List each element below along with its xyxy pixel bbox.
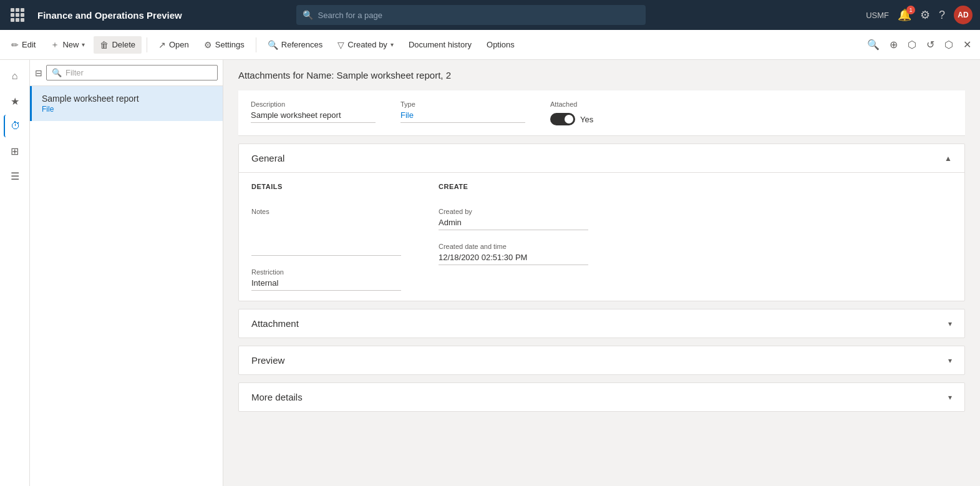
restriction-value[interactable]: Internal: [251, 278, 401, 291]
description-label: Description: [251, 100, 376, 108]
delete-button[interactable]: 🗑 Delete: [94, 36, 142, 54]
settings-icon[interactable]: ⚙: [920, 8, 930, 22]
sidebar-item-nav[interactable]: ☰: [4, 165, 26, 187]
field-description: Description Sample worksheet report: [251, 100, 376, 125]
general-section: General ▲ DETAILS Notes Restriction Int: [238, 143, 965, 301]
general-title: General: [251, 153, 284, 163]
top-right-area: USMF 🔔 1 ⚙ ? AD: [866, 6, 973, 24]
preview-title: Preview: [251, 355, 284, 366]
edit-icon: ✏: [11, 40, 19, 50]
fullscreen-icon[interactable]: ⬡: [904, 35, 920, 54]
app-title: Finance and Operations Preview: [37, 10, 182, 21]
notes-field: Notes: [251, 208, 401, 256]
top-bar: Finance and Operations Preview 🔍 USMF 🔔 …: [0, 0, 980, 30]
document-history-button[interactable]: Document history: [402, 36, 478, 53]
action-bar-search-icon[interactable]: 🔍: [863, 35, 883, 54]
attached-label: Attached: [550, 100, 662, 108]
attachment-section: Attachment ▾: [238, 309, 965, 338]
section-columns: DETAILS Notes Restriction Internal CREAT…: [251, 183, 952, 291]
new-caret: ▾: [82, 41, 85, 48]
type-value[interactable]: File: [400, 110, 525, 123]
open-button[interactable]: ↗ Open: [152, 36, 195, 54]
list-item[interactable]: Sample worksheet report File: [30, 86, 223, 121]
filter-input-wrap[interactable]: 🔍: [46, 65, 218, 80]
toggle-wrap: Yes: [550, 113, 662, 125]
action-bar: ✏ Edit ＋ New ▾ 🗑 Delete ↗ Open ⚙ Setting…: [0, 30, 980, 60]
more-details-section: More details ▾: [238, 382, 965, 412]
list-item-sub: File: [42, 105, 213, 114]
created-by-label: Created by: [439, 208, 588, 215]
main-layout: ⌂ ★ ⏱ ⊞ ☰ ⊟ 🔍 Sample worksheet report Fi…: [0, 60, 980, 486]
sidebar-item-favorites[interactable]: ★: [4, 90, 26, 112]
attachment-section-header[interactable]: Attachment ▾: [239, 309, 964, 338]
search-icon: 🔍: [303, 10, 313, 20]
created-by-caret: ▾: [391, 41, 394, 48]
created-date-value[interactable]: 12/18/2020 02:51:30 PM: [439, 253, 588, 265]
notification-icon[interactable]: 🔔 1: [898, 8, 911, 22]
general-section-header[interactable]: General ▲: [239, 144, 964, 173]
refresh-icon[interactable]: ↺: [923, 35, 938, 54]
personalize-icon[interactable]: ⊕: [886, 35, 901, 54]
new-icon: ＋: [51, 39, 59, 51]
attachment-title: Attachment: [251, 318, 299, 329]
more-details-section-header[interactable]: More details ▾: [239, 383, 964, 411]
list-item-title: Sample worksheet report: [42, 94, 213, 104]
created-by-field: Created by Admin: [439, 208, 588, 230]
notes-value[interactable]: [251, 218, 401, 256]
references-icon: 🔍: [268, 40, 278, 50]
created-date-label: Created date and time: [439, 243, 588, 250]
created-date-field: Created date and time 12/18/2020 02:51:3…: [439, 243, 588, 265]
settings-cog-icon: ⚙: [204, 40, 212, 50]
new-button[interactable]: ＋ New ▾: [44, 36, 91, 54]
detail-panel: Attachments for Name: Sample worksheet r…: [223, 60, 980, 486]
attached-toggle[interactable]: [550, 113, 575, 125]
notif-badge: 1: [906, 6, 915, 14]
references-button[interactable]: 🔍 References: [261, 36, 329, 54]
sidebar-item-workspaces[interactable]: ⊞: [4, 140, 26, 162]
top-fields: Description Sample worksheet report Type…: [238, 90, 965, 136]
notes-label: Notes: [251, 208, 401, 215]
grid-icon: [11, 8, 24, 22]
general-section-body: DETAILS Notes Restriction Internal CREAT…: [239, 173, 964, 301]
details-col-title: DETAILS: [251, 183, 401, 190]
far-right-icons: ⊕ ⬡ ↺ ⬡ ✕: [886, 35, 975, 54]
grid-menu-button[interactable]: [7, 5, 27, 25]
global-search[interactable]: 🔍: [296, 5, 646, 25]
preview-section-header[interactable]: Preview ▾: [239, 346, 964, 374]
delete-icon: 🗑: [100, 40, 109, 50]
help-icon[interactable]: ?: [939, 9, 945, 22]
restriction-field: Restriction Internal: [251, 268, 401, 291]
details-col: DETAILS Notes Restriction Internal: [251, 183, 401, 291]
filter-input[interactable]: [65, 68, 212, 77]
preview-chevron-down-icon: ▾: [948, 356, 952, 365]
filter-icon: ▽: [337, 40, 344, 50]
options-button[interactable]: Options: [480, 36, 521, 53]
more-details-chevron-down-icon: ▾: [948, 393, 952, 402]
open-icon: ↗: [158, 40, 166, 50]
list-items: Sample worksheet report File: [30, 86, 223, 486]
filter-bar: ⊟ 🔍: [30, 60, 223, 86]
attached-value: Yes: [580, 115, 593, 124]
search-input[interactable]: [318, 11, 639, 20]
field-type: Type File: [400, 100, 525, 125]
popout-icon[interactable]: ⬡: [941, 35, 957, 54]
restriction-label: Restriction: [251, 268, 401, 276]
created-by-value[interactable]: Admin: [439, 218, 588, 230]
settings-button[interactable]: ⚙ Settings: [198, 36, 251, 54]
description-value[interactable]: Sample worksheet report: [251, 110, 376, 123]
action-divider-2: [256, 37, 256, 52]
create-col: CREATE Created by Admin Created date and…: [439, 183, 588, 291]
sidebar-icons: ⌂ ★ ⏱ ⊞ ☰: [0, 60, 30, 486]
user-avatar[interactable]: AD: [954, 6, 973, 24]
created-by-button[interactable]: ▽ Created by ▾: [331, 36, 400, 54]
preview-section: Preview ▾: [238, 346, 965, 375]
action-divider-1: [147, 37, 147, 52]
sidebar-item-home[interactable]: ⌂: [4, 65, 26, 87]
filter-toggle-icon[interactable]: ⊟: [35, 68, 42, 78]
more-details-title: More details: [251, 392, 303, 402]
close-icon[interactable]: ✕: [959, 35, 975, 54]
edit-button[interactable]: ✏ Edit: [5, 36, 42, 54]
detail-header: Attachments for Name: Sample worksheet r…: [238, 70, 965, 80]
create-col-title: CREATE: [439, 183, 588, 190]
sidebar-item-recent[interactable]: ⏱: [4, 115, 26, 137]
